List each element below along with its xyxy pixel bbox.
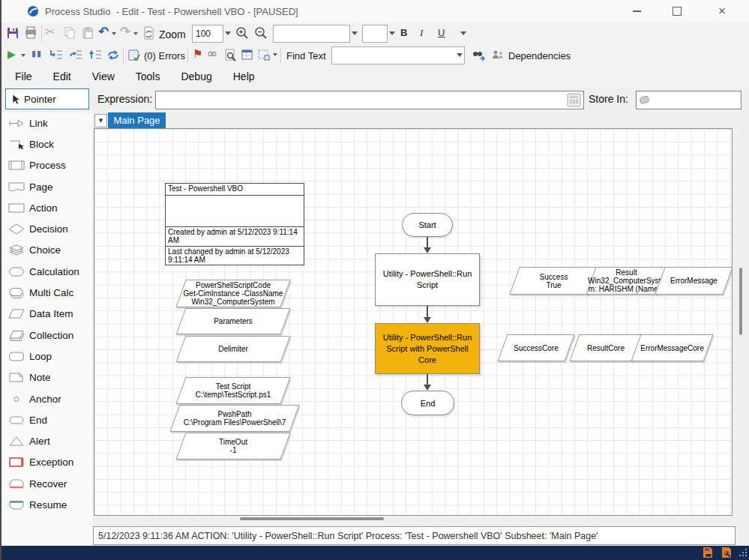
menu-edit[interactable]: Edit xyxy=(53,70,71,82)
menu-debug[interactable]: Debug xyxy=(181,70,211,82)
select-region-icon[interactable] xyxy=(257,49,271,61)
pause-icon[interactable]: ▮▮ xyxy=(31,49,42,58)
store-in-input[interactable] xyxy=(636,91,742,109)
restart-loop-icon[interactable] xyxy=(106,49,120,61)
search-process-icon[interactable] xyxy=(224,49,238,61)
tool-recover[interactable]: Recover xyxy=(1,473,92,494)
tool-process[interactable]: Process xyxy=(1,155,92,176)
tool-exception[interactable]: Exception xyxy=(1,452,92,473)
tool-resume[interactable]: Resume xyxy=(1,494,92,515)
print-icon[interactable] xyxy=(24,26,37,40)
start-node[interactable]: Start xyxy=(402,213,453,237)
tool-decision[interactable]: Decision xyxy=(1,218,92,239)
data-item-powershellscriptcode[interactable]: PowerShellScriptCode Get-CimInstance -Cl… xyxy=(181,280,286,307)
tool-action[interactable]: Action xyxy=(1,197,92,218)
find-text-dropdown-icon[interactable] xyxy=(457,53,463,57)
breakpoint-flag-icon[interactable]: ⚑ xyxy=(193,49,202,60)
refresh-page-icon[interactable] xyxy=(142,26,155,40)
tool-collection[interactable]: Collection xyxy=(1,325,92,346)
undo-icon[interactable]: ↶ xyxy=(98,25,109,38)
find-text-combo[interactable] xyxy=(331,46,465,64)
menu-view[interactable]: View xyxy=(92,70,115,82)
link-infinity-icon[interactable]: ∞ xyxy=(207,47,217,60)
data-item-test-script[interactable]: Test Script C:\temp\TestScript.ps1 xyxy=(181,377,286,404)
data-item-parameters[interactable]: Parameters xyxy=(181,308,286,334)
tool-data-item[interactable]: Data Item xyxy=(1,304,92,325)
color-dropdown-icon[interactable] xyxy=(460,31,466,35)
font-size-combo[interactable] xyxy=(362,25,388,43)
action-run-script-node[interactable]: Utility - PowerShell::Run Script xyxy=(375,253,480,306)
save-icon[interactable] xyxy=(6,26,19,40)
zoom-level-combo[interactable]: 100 xyxy=(192,25,223,43)
taskbar-document-icon[interactable] xyxy=(701,547,715,559)
minimize-button[interactable] xyxy=(619,0,654,22)
play-dropdown-icon[interactable] xyxy=(21,54,25,57)
process-info-box[interactable]: Test - Powershell VBO Created by admin a… xyxy=(165,183,304,265)
vertical-scrollbar[interactable] xyxy=(739,268,742,335)
tool-loop[interactable]: Loop xyxy=(1,346,92,367)
flow-canvas[interactable]: Test - Powershell VBO Created by admin a… xyxy=(94,128,733,516)
data-item-success[interactable]: Success True xyxy=(514,267,593,295)
data-item-timeout[interactable]: TimeOut -1 xyxy=(181,433,286,460)
tool-note[interactable]: Note xyxy=(1,367,92,388)
tool-choice[interactable]: Choice xyxy=(1,240,92,261)
tool-page[interactable]: Page xyxy=(1,176,92,197)
font-combo-dropdown-icon[interactable] xyxy=(352,31,358,35)
data-item-delimiter[interactable]: Delimiter xyxy=(181,336,286,362)
data-item-pwshpath[interactable]: PwshPath C:\Program Files\PowerShell\7 xyxy=(175,405,295,432)
tool-label: Anchor xyxy=(29,394,61,405)
font-family-combo[interactable] xyxy=(273,25,350,43)
redo-icon[interactable]: ↷ xyxy=(120,25,130,38)
dependencies-label[interactable]: Dependencies xyxy=(508,50,571,61)
dependencies-icon[interactable] xyxy=(491,49,505,61)
undo-dropdown-icon[interactable] xyxy=(112,32,116,35)
close-button[interactable]: × xyxy=(705,0,739,22)
validate-errors-icon[interactable] xyxy=(127,49,141,61)
step-in-icon[interactable] xyxy=(49,49,64,61)
data-item-errormessage[interactable]: ErrorMessage xyxy=(660,267,728,295)
resize-grip-icon[interactable] xyxy=(736,547,748,559)
paste-icon[interactable] xyxy=(81,26,94,40)
copy-icon[interactable] xyxy=(63,26,76,40)
tool-block[interactable]: Block xyxy=(1,133,92,154)
step-over-icon[interactable] xyxy=(69,49,83,61)
tool-end[interactable]: End xyxy=(1,409,92,430)
pointer-tool-button[interactable]: Pointer xyxy=(5,88,89,109)
sheet-list-dropdown[interactable]: ▼ xyxy=(94,114,107,127)
tool-anchor[interactable]: Anchor xyxy=(1,388,92,409)
play-icon[interactable]: ▶ xyxy=(7,49,16,59)
step-out-icon[interactable] xyxy=(88,49,103,61)
menu-tools[interactable]: Tools xyxy=(136,70,160,82)
underline-button[interactable]: U xyxy=(438,27,445,38)
font-size-dropdown-icon[interactable] xyxy=(389,31,395,35)
tab-main-page[interactable]: Main Page xyxy=(108,112,166,128)
expression-input[interactable] xyxy=(155,91,584,109)
tool-calculation[interactable]: Calculation xyxy=(1,261,92,282)
taskbar-search-icon[interactable] xyxy=(720,547,733,559)
data-item-resultcore[interactable]: ResultCore xyxy=(574,334,637,361)
data-item-successcore[interactable]: SuccessCore xyxy=(502,334,570,361)
data-item-errormessagecore[interactable]: ErrorMessageCore xyxy=(636,334,709,361)
action-run-script-core-node-highlighted[interactable]: Utility - PowerShell::Run Script with Po… xyxy=(375,323,480,374)
italic-button[interactable]: I xyxy=(420,27,423,39)
zoom-combo-dropdown-icon[interactable] xyxy=(225,31,231,35)
select-region-dropdown-icon[interactable] xyxy=(273,53,277,56)
maximize-button[interactable] xyxy=(660,0,694,22)
horizontal-scrollbar[interactable] xyxy=(240,517,384,520)
menu-file[interactable]: File xyxy=(15,70,32,82)
grid-window-icon[interactable] xyxy=(241,49,254,61)
cut-icon[interactable]: ✂ xyxy=(45,26,55,38)
end-node[interactable]: End xyxy=(401,391,454,415)
zoom-in-icon[interactable] xyxy=(235,26,249,40)
calculator-icon[interactable] xyxy=(567,93,581,107)
tool-multi-calc[interactable]: Multi Calc xyxy=(1,282,92,303)
redo-dropdown-icon[interactable] xyxy=(133,32,138,35)
tool-alert[interactable]: Alert xyxy=(1,430,92,451)
zoom-out-icon[interactable] xyxy=(254,26,268,40)
data-item-result[interactable]: Result Win32_ComputerSyste m: HARISHM (N… xyxy=(591,267,662,295)
tool-link[interactable]: Link xyxy=(1,112,92,133)
errors-label[interactable]: (0) Errors xyxy=(144,50,185,61)
bold-button[interactable]: B xyxy=(400,27,407,38)
menu-help[interactable]: Help xyxy=(233,70,255,82)
find-next-icon[interactable] xyxy=(472,49,486,61)
